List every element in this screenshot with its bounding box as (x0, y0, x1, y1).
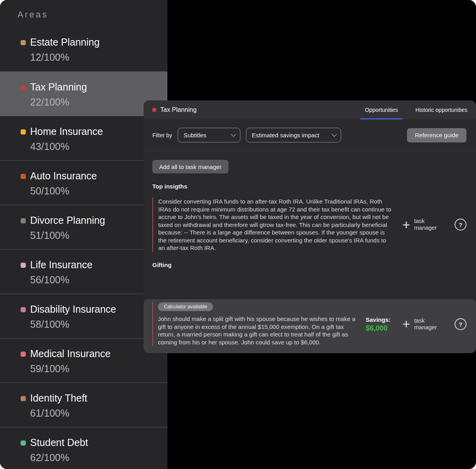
tab-historic-opportunities[interactable]: Historic opportunities (407, 100, 476, 119)
gifting-card: Calculator available John should make a … (144, 299, 476, 353)
filter-row: Filter by Subtitles Estimated savings im… (144, 119, 476, 151)
savings-block: Savings: $6,000 (366, 316, 391, 333)
area-color-dot-icon (21, 174, 26, 179)
savings-label: Savings: (366, 316, 391, 323)
area-color-dot-icon (21, 307, 26, 312)
subtitles-select-value: Subtitles (184, 132, 207, 138)
sidebar-item-student-debt[interactable]: Student Debt 62/100% (0, 427, 167, 469)
sidebar-item-divorce-planning[interactable]: Divorce Planning 51/100% (0, 205, 167, 249)
area-name: Tax Planning (30, 82, 167, 92)
task-manager-label: task manager (414, 218, 443, 232)
area-color-dot-icon (21, 129, 26, 135)
add-to-task-manager-button[interactable]: + task manager (402, 218, 443, 232)
area-color-dot-icon (21, 396, 26, 401)
sidebar-item-auto-insurance[interactable]: Auto Insurance 50/100% (0, 160, 167, 205)
gifting-card-body: Calculator available John should make a … (152, 302, 359, 346)
top-insights-heading: Top insigths (152, 183, 476, 190)
savings-impact-select-value: Estimated savings impact (252, 132, 319, 138)
filter-by-label: Filter by (152, 132, 172, 138)
sidebar-item-disability-insurance[interactable]: Disability Insurance 58/100% (0, 294, 167, 338)
area-color-dot-icon (21, 263, 26, 268)
panel-title: Tax Planning (160, 106, 197, 113)
areas-sidebar: Areas Estate Planning 12/100% Tax Planni… (0, 0, 167, 469)
area-progress: 12/100% (30, 52, 167, 62)
plus-icon: + (402, 219, 410, 230)
sidebar-item-life-insurance[interactable]: Life Insurance 56/100% (0, 249, 167, 294)
area-color-dot-icon (21, 440, 26, 446)
panel-content: Add all to task manager Top insigths Con… (144, 151, 476, 353)
calculator-available-badge: Calculator available (158, 302, 213, 311)
insight-text: Consider converting IRA funds to an afte… (152, 198, 393, 252)
gifting-heading: Gifting (152, 261, 476, 268)
sidebar-item-identity-theft[interactable]: Identity Theft 61/100% (0, 383, 167, 427)
sidebar-item-tax-planning[interactable]: Tax Planning 22/100% (0, 71, 167, 116)
task-manager-label: task manager (414, 317, 443, 331)
add-to-task-manager-button[interactable]: + task manager (402, 317, 443, 331)
sidebar-item-estate-planning[interactable]: Estate Planning 12/100% (0, 27, 167, 71)
area-list: Estate Planning 12/100% Tax Planning 22/… (0, 27, 167, 469)
plus-icon: + (402, 319, 410, 329)
area-name: Identity Theft (30, 393, 167, 403)
panel-tabs: Opportunities Historic opportunities (356, 100, 476, 119)
gifting-text: John should make a split gift with his s… (158, 315, 359, 346)
area-name: Student Debt (30, 438, 167, 448)
help-icon[interactable]: ? (455, 219, 466, 231)
tax-planning-dot-icon (152, 108, 156, 112)
area-color-dot-icon (21, 85, 26, 90)
area-progress: 61/100% (30, 408, 167, 418)
area-name: Estate Planning (30, 37, 167, 47)
subtitles-select[interactable]: Subtitles (178, 128, 240, 142)
area-color-dot-icon (21, 218, 26, 223)
help-icon[interactable]: ? (455, 318, 466, 330)
chevron-down-icon (332, 132, 337, 137)
panel-header: Tax Planning Opportunities Historic oppo… (144, 100, 476, 119)
area-progress: 62/100% (30, 453, 167, 463)
savings-impact-select[interactable]: Estimated savings impact (246, 128, 341, 142)
sidebar-title: Areas (17, 10, 167, 20)
area-progress: 59/100% (30, 364, 167, 374)
insight-row: Consider converting IRA funds to an afte… (152, 198, 466, 252)
app-screen: Areas Estate Planning 12/100% Tax Planni… (0, 0, 476, 469)
chevron-down-icon (231, 132, 236, 137)
tab-opportunities[interactable]: Opportunities (356, 100, 407, 119)
sidebar-item-medical-insurance[interactable]: Medical Insurance 59/100% (0, 338, 167, 383)
add-all-to-task-manager-button[interactable]: Add all to task manager (152, 160, 228, 173)
sidebar-item-home-insurance[interactable]: Home Insurance 43/100% (0, 116, 167, 160)
area-color-dot-icon (21, 352, 26, 357)
reference-guide-button[interactable]: Reference guide (407, 128, 466, 142)
tax-planning-panel: Tax Planning Opportunities Historic oppo… (144, 100, 476, 353)
savings-value: $6,000 (366, 324, 391, 333)
area-color-dot-icon (21, 40, 26, 45)
